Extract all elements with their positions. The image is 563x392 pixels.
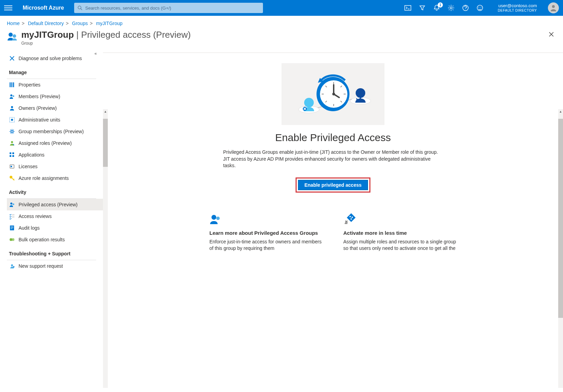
cta-highlight: Enable privileged access [296,177,371,193]
svg-point-15 [13,95,14,97]
top-bar: Microsoft Azure 1 user@contoso.com DEFAU… [0,0,563,16]
svg-point-19 [11,130,13,132]
notifications-icon[interactable]: 1 [433,4,440,11]
svg-rect-13 [13,82,14,87]
search-box[interactable] [74,3,263,13]
svg-point-3 [450,7,452,9]
svg-rect-34 [11,228,13,228]
admin-units-icon [9,117,15,123]
sidebar-item-group-memberships-preview-[interactable]: Group memberships (Preview) [7,126,103,137]
sidebar-item-label: Members (Preview) [19,94,60,99]
sidebar-item-label: Bulk operation results [19,237,65,242]
sidebar-item-access-reviews[interactable]: Access reviews [7,210,103,222]
sidebar-item-administrative-units[interactable]: Administrative units [7,114,103,126]
enable-privileged-access-button[interactable]: Enable privileged access [298,180,368,190]
sidebar: « Diagnose and solve problemsManagePrope… [0,53,103,388]
col-text: Enforce just-in-time access for owners a… [209,239,323,252]
search-icon [78,5,82,10]
svg-rect-33 [11,227,13,227]
sidebar-item-licenses[interactable]: Licenses [7,161,103,172]
apps-icon [9,152,15,158]
breadcrumb-current[interactable]: myJITGroup [96,21,123,26]
main-content: Enable Privileged Access Privileged Acce… [103,53,563,388]
user-email: user@contoso.com [498,3,537,9]
page-title: myJITGroup | Privileged access (Preview) [21,30,191,40]
sidebar-item-properties[interactable]: Properties [7,79,103,91]
svg-rect-11 [10,82,11,87]
cloud-shell-icon[interactable] [404,4,411,11]
sidebar-item-label: Group memberships (Preview) [19,129,84,134]
sidebar-item-diagnose-and-solve-problems[interactable]: Diagnose and solve problems [7,53,103,64]
svg-point-41 [304,98,314,107]
svg-point-29 [13,204,14,205]
sidebar-item-label: Properties [19,82,41,88]
owners-icon [9,105,15,111]
section-heading: Activity [7,184,103,197]
svg-point-10 [13,34,16,38]
hamburger-icon[interactable] [4,4,12,12]
sidebar-item-bulk-operation-results[interactable]: Bulk operation results [7,234,103,245]
sidebar-item-label: Licenses [19,164,37,169]
sidebar-item-label: Audit logs [19,225,39,231]
svg-point-37 [12,238,14,241]
group-icon [7,31,18,42]
svg-point-63 [352,217,353,218]
svg-point-9 [9,33,13,37]
roles-icon [9,140,15,146]
sidebar-item-label: New support request [19,263,63,269]
filter-icon[interactable] [419,4,426,11]
feedback-icon[interactable] [476,4,483,11]
svg-rect-61 [347,213,355,222]
svg-point-38 [11,264,13,266]
sidebar-item-owners-preview-[interactable]: Owners (Preview) [7,102,103,114]
sidebar-item-label: Azure role assignments [19,175,69,181]
support-icon [9,263,15,269]
avatar[interactable] [548,2,559,13]
notif-badge: 1 [438,2,443,8]
section-heading: Manage [7,64,103,77]
svg-point-8 [552,5,555,8]
svg-point-6 [479,7,479,8]
svg-point-58 [332,93,335,95]
svg-point-16 [11,106,13,108]
sidebar-item-label: Applications [19,152,45,158]
settings-icon[interactable] [448,4,455,11]
breadcrumb-directory[interactable]: Default Directory [28,21,64,26]
sidebar-item-label: Access reviews [19,214,51,219]
search-input[interactable] [85,5,260,11]
breadcrumb-groups[interactable]: Groups [72,21,88,26]
help-icon[interactable] [462,4,469,11]
svg-point-59 [211,215,216,220]
hero-description: Privileged Access Groups enable just-in-… [223,149,443,169]
hero-illustration [282,63,384,125]
sidebar-item-applications[interactable]: Applications [7,149,103,161]
sidebar-item-assigned-roles-preview-[interactable]: Assigned roles (Preview) [7,137,103,149]
brand-label[interactable]: Microsoft Azure [23,5,64,11]
sidebar-item-members-preview-[interactable]: Members (Preview) [7,91,103,102]
sidebar-item-azure-role-assignments[interactable]: Azure role assignments [7,172,103,184]
svg-rect-23 [10,155,11,157]
col-text: Assign multiple roles and resources to a… [343,239,457,252]
breadcrumb-home[interactable]: Home [7,21,20,26]
col-title: Activate more in less time [343,230,457,236]
collapse-sidebar-icon[interactable]: « [94,53,97,56]
checklist-icon [9,213,15,219]
page-header: myJITGroup | Privileged access (Preview)… [0,30,563,53]
members-icon [9,93,15,100]
breadcrumb: Home> Default Directory> Groups> myJITGr… [0,16,563,30]
sidebar-item-audit-logs[interactable]: Audit logs [7,222,103,234]
main-scrollbar[interactable]: ▲ [558,109,563,388]
user-block[interactable]: user@contoso.com DEFAULT DIRECTORY [498,3,537,13]
sidebar-item-new-support-request[interactable]: New support request [7,260,103,272]
svg-rect-39 [13,266,14,267]
svg-rect-35 [11,229,12,229]
svg-point-14 [10,94,12,96]
svg-rect-2 [405,5,411,10]
license-icon [9,163,15,170]
sidebar-item-privileged-access-preview-[interactable]: Privileged access (Preview) [7,199,103,210]
svg-rect-26 [11,166,12,167]
sidebar-item-label: Owners (Preview) [19,105,57,111]
svg-point-60 [216,217,220,220]
close-button[interactable] [547,30,556,40]
log-icon [9,225,15,231]
